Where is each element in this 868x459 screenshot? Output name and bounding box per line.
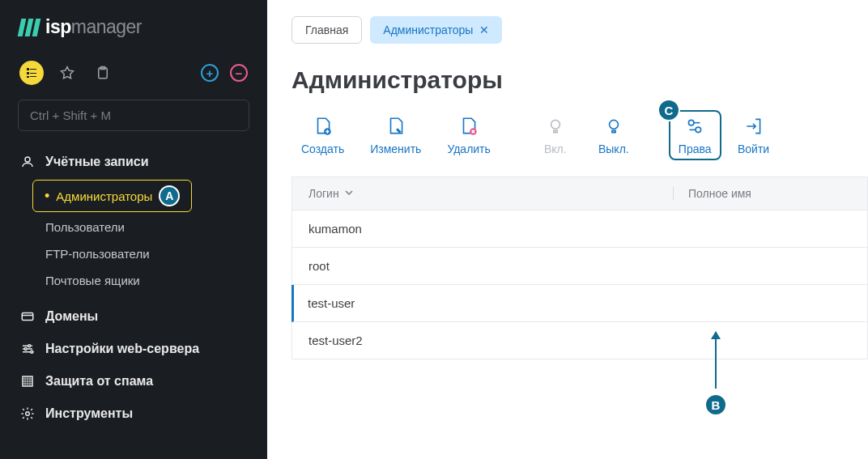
- tool-label: Войти: [738, 142, 769, 155]
- svg-point-6: [31, 351, 33, 353]
- close-icon[interactable]: ✕: [479, 23, 489, 36]
- table-row[interactable]: test-user: [291, 285, 868, 322]
- sidebar-item-label: FTP-пользователи: [45, 247, 150, 261]
- svg-point-8: [26, 412, 30, 416]
- table-row[interactable]: test-user2: [291, 322, 868, 359]
- toggles-icon: [683, 115, 706, 138]
- nav-header-tools[interactable]: Инструменты: [0, 397, 267, 430]
- column-label: Полное имя: [688, 187, 751, 200]
- svg-point-4: [28, 345, 31, 347]
- delete-button[interactable]: Удалить: [437, 110, 500, 160]
- cell-login: kumamon: [308, 222, 362, 236]
- sidebar-item-ftp-users[interactable]: FTP-пользователи: [32, 240, 267, 267]
- sidebar-item-users[interactable]: Пользователи: [32, 214, 267, 240]
- svg-point-2: [25, 157, 30, 162]
- nav-header-webserver-label: Настройки web-сервера: [45, 342, 199, 356]
- sidebar-item-administrators[interactable]: Администраторы A: [32, 180, 192, 212]
- page-x-icon: [457, 115, 480, 138]
- nav-header-accounts[interactable]: Учётные записи: [0, 146, 267, 178]
- plus-icon[interactable]: +: [201, 64, 219, 82]
- svg-point-12: [609, 120, 618, 129]
- tab-administrators[interactable]: Администраторы ✕: [370, 16, 502, 44]
- user-icon: [19, 154, 36, 170]
- column-label: Логин: [308, 187, 339, 200]
- star-icon[interactable]: [55, 61, 79, 85]
- top-icon-row: + −: [0, 53, 267, 100]
- column-header-login[interactable]: Логин: [308, 187, 673, 200]
- sidebar-item-mailboxes[interactable]: Почтовые ящики: [32, 267, 267, 294]
- minus-icon[interactable]: −: [230, 64, 248, 82]
- create-button[interactable]: Создать: [291, 110, 354, 160]
- admins-table: Логин Полное имя kumamon root test-user …: [291, 176, 868, 359]
- main-content: Главная Администраторы ✕ Администраторы …: [267, 0, 868, 459]
- sidebar-item-label: Администраторы: [56, 189, 152, 203]
- page-title: Администраторы: [267, 58, 868, 110]
- tab-home[interactable]: Главная: [291, 16, 362, 44]
- lightbulb-on-icon: [544, 115, 567, 138]
- nav-header-spam-label: Защита от спама: [45, 374, 153, 389]
- login-button[interactable]: Войти: [728, 110, 780, 160]
- sidebar: ispmanager + − Ctrl + Shift + M Учётные …: [0, 0, 267, 459]
- tab-label: Главная: [305, 23, 348, 36]
- cell-login: test-user2: [308, 334, 363, 347]
- page-plus-icon: [312, 115, 334, 138]
- gear-icon: [19, 406, 36, 422]
- svg-rect-3: [22, 313, 33, 321]
- tool-label: Вкл.: [544, 142, 567, 155]
- svg-point-5: [24, 348, 27, 351]
- toolbar: Создать Изменить Удалить Вкл. Выкл.: [267, 110, 868, 176]
- tool-label: Удалить: [447, 142, 490, 155]
- nav-header-tools-label: Инструменты: [45, 406, 133, 421]
- shield-icon: [19, 373, 36, 389]
- tool-label: Изменить: [370, 142, 421, 155]
- column-header-name[interactable]: Полное имя: [673, 187, 851, 200]
- nav-header-domains-label: Домены: [45, 309, 98, 324]
- annotation-badge-a: A: [159, 185, 180, 206]
- tab-label: Администраторы: [383, 23, 473, 36]
- cell-login: test-user: [308, 296, 355, 310]
- cell-login: root: [308, 259, 330, 273]
- enable-button[interactable]: Вкл.: [530, 110, 581, 160]
- table-row[interactable]: kumamon: [291, 210, 868, 248]
- domain-icon: [19, 308, 36, 325]
- page-pencil-icon: [385, 115, 407, 138]
- login-icon: [742, 115, 765, 138]
- svg-point-13: [689, 120, 695, 125]
- logo: ispmanager: [0, 16, 267, 53]
- logo-text: ispmanager: [45, 16, 142, 38]
- clipboard-icon[interactable]: [91, 61, 115, 85]
- sidebar-item-label: Почтовые ящики: [45, 274, 140, 287]
- nav-header-spam[interactable]: Защита от спама: [0, 365, 267, 397]
- tool-label: Создать: [301, 142, 344, 155]
- nav-header-webserver[interactable]: Настройки web-сервера: [0, 333, 267, 365]
- annotation-badge-c: C: [657, 99, 680, 121]
- annotation-badge-b: B: [704, 393, 727, 416]
- logo-bars-icon: [19, 19, 39, 36]
- svg-point-11: [551, 120, 560, 129]
- edit-button[interactable]: Изменить: [360, 110, 431, 160]
- rights-button[interactable]: C Права: [669, 110, 721, 160]
- disable-button[interactable]: Выкл.: [588, 110, 640, 160]
- tool-label: Права: [679, 142, 712, 155]
- search-input[interactable]: Ctrl + Shift + M: [18, 100, 249, 131]
- svg-point-14: [696, 127, 701, 133]
- tool-label: Выкл.: [598, 142, 629, 155]
- table-header: Логин Полное имя: [291, 176, 868, 210]
- annotation-arrow: B: [704, 332, 727, 416]
- tabs-row: Главная Администраторы ✕: [267, 16, 868, 58]
- tree-icon[interactable]: [19, 61, 44, 85]
- table-row[interactable]: root: [291, 248, 868, 285]
- nav-accounts: Учётные записи Администраторы A Пользова…: [0, 146, 267, 294]
- nav-header-accounts-label: Учётные записи: [45, 155, 149, 169]
- settings-icon: [19, 341, 36, 357]
- sidebar-item-label: Пользователи: [45, 220, 125, 234]
- nav-header-domains[interactable]: Домены: [0, 300, 267, 333]
- chevron-down-icon: [344, 187, 354, 200]
- lightbulb-off-icon: [602, 115, 625, 138]
